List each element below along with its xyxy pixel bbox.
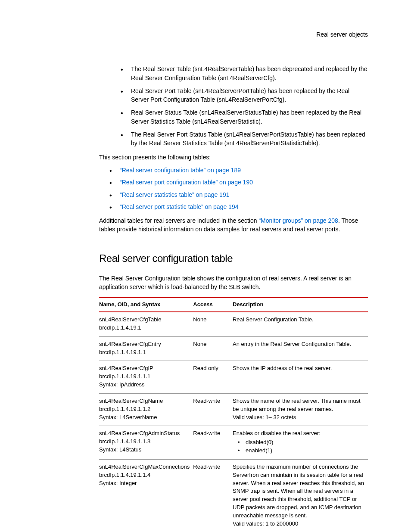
page-header-title: Real server objects (99, 30, 368, 39)
cell-description: Shows the IP address of the real server. (233, 361, 368, 394)
list-item: disabled(0) (238, 439, 364, 447)
col-header-description: Description (233, 298, 368, 312)
description-bullet-list: disabled(0)enabled(1) (238, 439, 364, 455)
cell-text: snL4RealServerCfgAdminStatus (99, 429, 190, 438)
cell-access: Read-write (193, 459, 233, 532)
list-item: enabled(1) (238, 447, 364, 455)
cell-access: None (193, 336, 233, 361)
table-row: snL4RealServerCfgMaxConnectionsbrcdIp.1.… (99, 459, 368, 532)
cell-name-oid-syntax: snL4RealServerCfgMaxConnectionsbrcdIp.1.… (99, 459, 193, 532)
toc-link[interactable]: “Real server configuration table” on pag… (120, 167, 241, 174)
cell-text: An entry in the Real Server Configuratio… (233, 340, 364, 348)
toc-link-list: “Real server configuration table” on pag… (109, 166, 368, 211)
intro-bullet-list: The Real Server Table (snL4RealServerTab… (121, 65, 368, 147)
table-row: snL4RealServerCfgNamebrcdIp.1.1.4.19.1.1… (99, 393, 368, 426)
cell-text: snL4RealServerCfgMaxConnections (99, 463, 190, 471)
cell-access: None (193, 312, 233, 336)
cell-text: snL4RealServerCfgTable (99, 316, 190, 324)
cell-text: brcdIp.1.1.4.19.1.1.3 (99, 438, 190, 446)
cell-text: Valid values: 1– 32 octets (233, 414, 364, 422)
col-header-name: Name, OID, and Syntax (99, 298, 193, 312)
cell-name-oid-syntax: snL4RealServerCfgAdminStatusbrcdIp.1.1.4… (99, 426, 193, 460)
cell-text: brcdIp.1.1.4.19.1.1.2 (99, 405, 190, 414)
config-table: Name, OID, and Syntax Access Description… (99, 297, 368, 532)
cell-text: Specifies the maximum number of connecti… (233, 463, 364, 520)
additional-info-text: Additional tables for real servers are i… (99, 216, 368, 234)
table-header-row: Name, OID, and Syntax Access Description (99, 298, 368, 312)
table-row: snL4RealServerCfgIPbrcdIp.1.1.4.19.1.1.1… (99, 361, 368, 394)
cell-text: Syntax: L4Status (99, 446, 190, 454)
cell-text: snL4RealServerCfgEntry (99, 340, 190, 348)
cell-access: Read only (193, 361, 233, 394)
table-row: snL4RealServerCfgAdminStatusbrcdIp.1.1.4… (99, 426, 368, 460)
cell-access: Read-write (193, 393, 233, 426)
section-heading: Real server configuration table (99, 251, 368, 266)
list-item: “Real server port configuration table” o… (109, 178, 368, 187)
text-prefix: Additional tables for real servers are i… (99, 217, 258, 224)
monitor-groups-link[interactable]: “Monitor groups” on page 208 (258, 217, 338, 224)
list-item: “Real server configuration table” on pag… (109, 166, 368, 174)
cell-text: Enables or disables the real server: (233, 429, 364, 438)
col-header-access: Access (193, 298, 233, 312)
cell-text: Shows the name of the real server. This … (233, 397, 364, 414)
cell-text: brcdIp.1.1.4.19.1.1 (99, 348, 190, 357)
cell-access: Read-write (193, 426, 233, 460)
cell-name-oid-syntax: snL4RealServerCfgIPbrcdIp.1.1.4.19.1.1.1… (99, 361, 193, 394)
table-row: snL4RealServerCfgTablebrcdIp.1.1.4.19.1N… (99, 312, 368, 336)
list-item: Real Server Port Table (snL4RealServerPo… (121, 87, 368, 104)
cell-text: snL4RealServerCfgName (99, 397, 190, 405)
toc-link[interactable]: “Real server statistics table” on page 1… (120, 191, 229, 198)
cell-description: An entry in the Real Server Configuratio… (233, 336, 368, 361)
section-intro-text: This section presents the following tabl… (99, 153, 368, 162)
cell-text: Syntax: L4ServerName (99, 414, 190, 422)
cell-text: brcdIp.1.1.4.19.1.1.1 (99, 373, 190, 381)
cell-description: Enables or disables the real server:disa… (233, 426, 368, 460)
heading-paragraph: The Real Server Configuration table show… (99, 274, 368, 292)
table-row: snL4RealServerCfgEntrybrcdIp.1.1.4.19.1.… (99, 336, 368, 361)
cell-description: Specifies the maximum number of connecti… (233, 459, 368, 532)
cell-name-oid-syntax: snL4RealServerCfgNamebrcdIp.1.1.4.19.1.1… (99, 393, 193, 426)
cell-text: Real Server Configuration Table. (233, 316, 364, 324)
cell-text: snL4RealServerCfgIP (99, 364, 190, 373)
cell-name-oid-syntax: snL4RealServerCfgEntrybrcdIp.1.1.4.19.1.… (99, 336, 193, 361)
toc-link[interactable]: “Real server port configuration table” o… (120, 179, 253, 186)
list-item: The Real Server Port Status Table (snL4R… (121, 130, 368, 148)
list-item: Real Server Status Table (snL4RealServer… (121, 108, 368, 126)
cell-text: brcdIp.1.1.4.19.1.1.4 (99, 471, 190, 479)
cell-text: brcdIp.1.1.4.19.1 (99, 324, 190, 332)
cell-text: Syntax: Integer (99, 479, 190, 488)
cell-description: Real Server Configuration Table. (233, 312, 368, 336)
list-item: The Real Server Table (snL4RealServerTab… (121, 65, 368, 82)
cell-description: Shows the name of the real server. This … (233, 393, 368, 426)
cell-text: Shows the IP address of the real server. (233, 364, 364, 373)
cell-text: Syntax: IpAddress (99, 381, 190, 389)
list-item: “Real server statistics table” on page 1… (109, 190, 368, 199)
toc-link[interactable]: “Real server port statistic table” on pa… (120, 203, 238, 210)
list-item: “Real server port statistic table” on pa… (109, 202, 368, 211)
cell-text: Valid values: 1 to 2000000 (233, 520, 364, 528)
cell-name-oid-syntax: snL4RealServerCfgTablebrcdIp.1.1.4.19.1 (99, 312, 193, 336)
